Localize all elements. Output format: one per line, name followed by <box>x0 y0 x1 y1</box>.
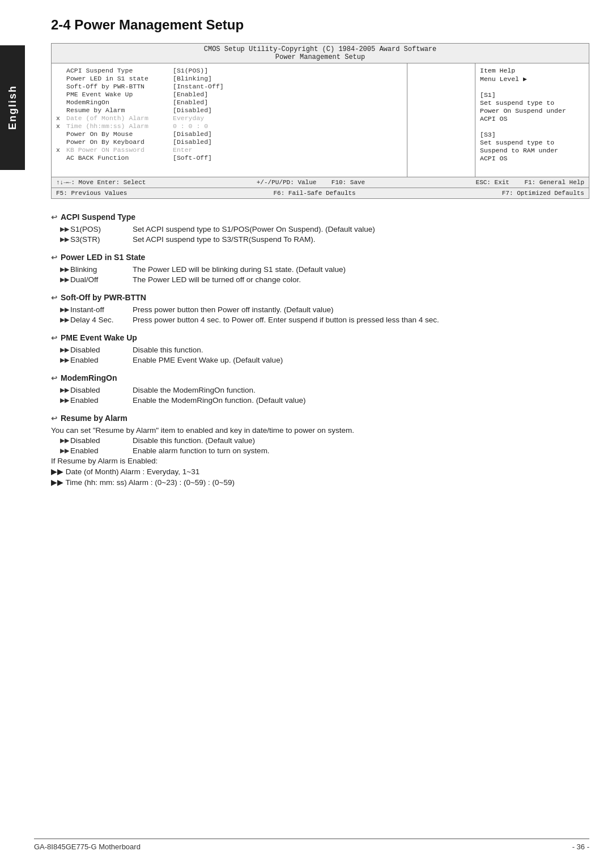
section-title-soft-off-pwr-bttn: ↩Soft-Off by PWR-BTTN <box>51 293 589 302</box>
bios-help-line: Menu Level ▶ <box>480 75 584 83</box>
bios-row: xTime (hh:mm:ss) Alarm0 : 0 : 0 <box>56 122 402 130</box>
section-title-text: ACPI Suspend Type <box>61 212 135 222</box>
bios-help-line: ACPI OS <box>480 115 584 122</box>
option-bullet-icon: ▶▶ <box>60 275 70 284</box>
section-resume-by-alarm: ↩Resume by AlarmYou can set "Resume by A… <box>51 414 589 487</box>
option-key: Disabled <box>70 436 133 445</box>
option-bullet-icon: ▶▶ <box>60 436 70 445</box>
section-arrow-icon: ↩ <box>51 334 57 342</box>
option-desc: Enable the ModemRingOn function. (Defaul… <box>133 396 589 405</box>
bios-body: ACPI Suspend Type[S1(POS)] Power LED in … <box>52 63 589 177</box>
option-key: Delay 4 Sec. <box>70 316 133 324</box>
bios-row: xKB Power ON PasswordEnter <box>56 146 402 154</box>
option-desc: Press power button 4 sec. to Power off. … <box>133 316 589 324</box>
bios-f7: F7: Optimized Defaults <box>502 190 584 197</box>
bios-row: PME Event Wake Up[Enabled] <box>56 91 402 98</box>
option-desc: Enable alarm function to turn on system. <box>133 446 589 455</box>
bios-f6: F6: Fail-Safe Defaults <box>273 190 355 197</box>
bios-footer-right: ESC: Exit F1: General Help <box>476 179 584 186</box>
section-title-pme-event-wake-up: ↩PME Event Wake Up <box>51 333 589 342</box>
bios-footer-mid: +/-/PU/PD: Value F10: Save <box>257 179 365 186</box>
option-row: ▶▶Instant-offPress power button then Pow… <box>60 305 589 314</box>
sections-container: ↩ACPI Suspend Type▶▶S1(POS)Set ACPI susp… <box>51 212 589 487</box>
option-key: Instant-off <box>70 305 133 314</box>
footer-right: - 36 - <box>572 843 589 851</box>
section-soft-off-pwr-bttn: ↩Soft-Off by PWR-BTTN▶▶Instant-offPress … <box>51 293 589 324</box>
page-title: 2-4 Power Management Setup <box>51 17 589 33</box>
bios-middle-column <box>407 63 475 177</box>
option-desc: Set ACPI suspend type to S1/POS(Power On… <box>133 225 589 233</box>
option-key: Enabled <box>70 396 133 405</box>
bios-header-line1: CMOS Setup Utility-Copyright (C) 1984-20… <box>52 45 589 53</box>
option-row: ▶▶S1(POS)Set ACPI suspend type to S1/POS… <box>60 225 589 233</box>
option-key: Enabled <box>70 446 133 455</box>
option-row: ▶▶EnabledEnable the ModemRingOn function… <box>60 396 589 405</box>
bios-help-column: Item HelpMenu Level ▶ [S1]Set suspend ty… <box>475 63 589 177</box>
page-footer: GA-8I845GE775-G Motherboard - 36 - <box>34 839 589 851</box>
section-arrow-icon: ↩ <box>51 374 57 382</box>
section-modem-ring-on: ↩ModemRingOn▶▶DisabledDisable the ModemR… <box>51 373 589 405</box>
option-key: Dual/Off <box>70 275 133 284</box>
option-bullet-icon: ▶▶ <box>60 446 70 455</box>
option-bullet-icon: ▶▶ <box>60 386 70 394</box>
option-key: Enabled <box>70 356 133 364</box>
option-bullet-icon: ▶▶ <box>60 316 70 324</box>
section-title-text: PME Event Wake Up <box>61 333 137 342</box>
footer-left: GA-8I845GE775-G Motherboard <box>34 843 141 851</box>
bios-row: Resume by Alarm[Disabled] <box>56 107 402 114</box>
section-intro: You can set "Resume by Alarm" item to en… <box>51 426 589 435</box>
bios-help-line: [S1] <box>480 91 584 99</box>
bios-help-line <box>480 83 584 91</box>
option-key: S3(STR) <box>70 235 133 244</box>
option-row: ▶▶DisabledDisable this function. <box>60 346 589 354</box>
bios-help-line: Suspend to RAM under <box>480 147 584 154</box>
section-arrow-icon: ↩ <box>51 414 57 423</box>
section-title-modem-ring-on: ↩ModemRingOn <box>51 373 589 382</box>
section-title-text: Power LED in S1 State <box>61 253 145 262</box>
option-desc: Press power button then Power off instan… <box>133 305 589 314</box>
option-bullet-icon: ▶▶ <box>60 396 70 405</box>
option-bullet-icon: ▶▶ <box>60 265 70 274</box>
bios-help-line: ACPI OS <box>480 155 584 162</box>
bios-row: Power On By Keyboard[Disabled] <box>56 138 402 146</box>
option-bullet-icon: ▶▶ <box>60 235 70 244</box>
section-title-text: Resume by Alarm <box>61 414 128 423</box>
bios-row: Power On By Mouse[Disabled] <box>56 130 402 138</box>
bios-help-line: [S3] <box>480 131 584 138</box>
side-tab-label: English <box>7 85 19 130</box>
bios-help-line: Item Help <box>480 67 584 74</box>
section-title-acpi-suspend-type: ↩ACPI Suspend Type <box>51 212 589 222</box>
bios-row: ModemRingOn[Enabled] <box>56 99 402 106</box>
section-trailing-text: ▶▶ Date (of Month) Alarm : Everyday, 1~3… <box>51 467 589 476</box>
option-desc: The Power LED will be blinking during S1… <box>133 265 589 274</box>
section-options: ▶▶BlinkingThe Power LED will be blinking… <box>60 265 589 284</box>
bios-row: xDate (of Month) AlarmEveryday <box>56 114 402 122</box>
bios-settings-column: ACPI Suspend Type[S1(POS)] Power LED in … <box>52 63 407 177</box>
section-options: ▶▶Instant-offPress power button then Pow… <box>60 305 589 324</box>
option-row: ▶▶EnabledEnable PME Event Wake up. (Defa… <box>60 356 589 364</box>
bios-header-line2: Power Management Setup <box>52 53 589 61</box>
bios-help-line: Set suspend type to <box>480 99 584 107</box>
option-bullet-icon: ▶▶ <box>60 356 70 364</box>
option-desc: Disable this function. (Default value) <box>133 436 589 445</box>
option-desc: Set ACPI suspend type to S3/STR(Suspend … <box>133 235 589 244</box>
section-arrow-icon: ↩ <box>51 293 57 302</box>
option-desc: Disable this function. <box>133 346 589 354</box>
option-desc: Disable the ModemRingOn function. <box>133 386 589 394</box>
bios-row: Soft-Off by PWR-BTTN[Instant-Off] <box>56 83 402 90</box>
option-bullet-icon: ▶▶ <box>60 225 70 233</box>
option-row: ▶▶DisabledDisable this function. (Defaul… <box>60 436 589 445</box>
option-key: Disabled <box>70 346 133 354</box>
option-desc: The Power LED will be turned off or chan… <box>133 275 589 284</box>
option-row: ▶▶EnabledEnable alarm function to turn o… <box>60 446 589 455</box>
bios-footer2: F5: Previous Values F6: Fail-Safe Defaul… <box>52 188 589 198</box>
section-options: ▶▶S1(POS)Set ACPI suspend type to S1/POS… <box>60 225 589 244</box>
option-bullet-icon: ▶▶ <box>60 346 70 354</box>
bios-row: AC BACK Function[Soft-Off] <box>56 154 402 161</box>
main-content: 2-4 Power Management Setup CMOS Setup Ut… <box>34 0 612 518</box>
section-arrow-icon: ↩ <box>51 253 57 262</box>
section-trailing-text: ▶▶ Time (hh: mm: ss) Alarm : (0~23) : (0… <box>51 478 589 487</box>
side-tab: English <box>0 45 25 170</box>
bios-help-line <box>480 123 584 130</box>
option-row: ▶▶Delay 4 Sec.Press power button 4 sec. … <box>60 316 589 324</box>
